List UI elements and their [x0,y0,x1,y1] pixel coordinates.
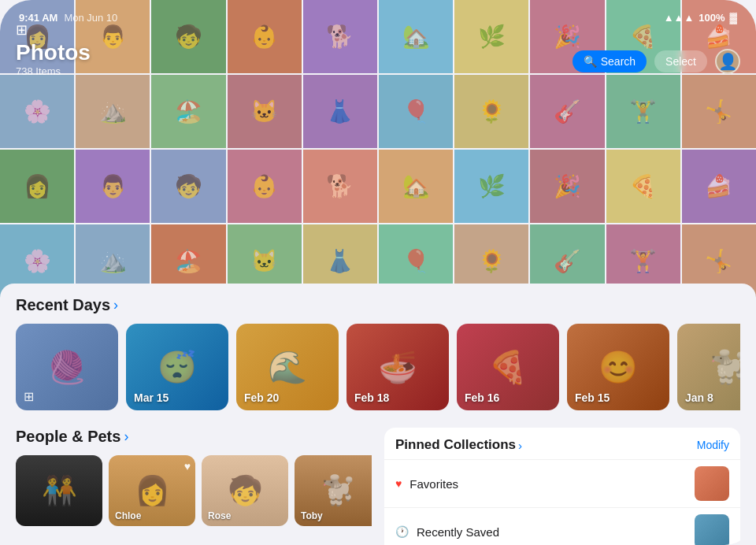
recent-days-chevron[interactable]: › [113,297,118,313]
day-card[interactable]: Feb 15😊 [567,324,669,410]
wifi-icon: ▲▲▲ [664,12,695,24]
pinned-item-label: Recently Saved [417,525,687,539]
recent-days-scroll[interactable]: ⊞🧶Mar 15😴Feb 20🌊Feb 18🍜Feb 16🍕Feb 15😊Jan… [16,324,740,415]
status-right: ▲▲▲ 100% ▓ [664,12,737,24]
photo-cell[interactable]: 👶 [228,150,302,223]
avatar[interactable]: 👤 [715,49,740,74]
person-card-label: Rose [208,510,231,521]
person-card-label: Toby [301,510,323,521]
search-icon: 🔍 [584,55,597,68]
photo-cell[interactable]: 🏡 [379,150,453,223]
pinned-header: Pinned Collections › Modify [384,428,740,459]
header-left: ⊞ Photos 738 Items [16,21,91,77]
recent-days-section: Recent Days › ⊞🧶Mar 15😴Feb 20🌊Feb 18🍜Feb… [0,284,756,415]
bottom-grid: People & Pets › 🧑‍🤝‍🧑♥👩Chloe🧒Rose🐩Toby P… [0,415,756,545]
people-pets-scroll[interactable]: 🧑‍🤝‍🧑♥👩Chloe🧒Rose🐩Toby [16,455,372,526]
photo-cell[interactable]: 👨 [76,150,150,223]
photo-cell[interactable]: 👩 [0,150,74,223]
day-card[interactable]: Mar 15😴 [126,324,228,410]
pinned-items-list: ♥Favorites🕐Recently Saved [384,459,740,545]
pinned-section: Pinned Collections › Modify ♥Favorites🕐R… [384,428,740,545]
page-title: Photos [16,42,91,64]
header-right: 🔍 Search Select 👤 [573,49,740,77]
photo-cell[interactable]: 🏖️ [151,75,225,148]
search-label: Search [601,55,636,68]
battery-percent: 100% [699,12,724,24]
photo-cell[interactable]: 🤸 [682,75,756,148]
pinned-item-label: Favorites [410,477,687,491]
person-card[interactable]: 🧑‍🤝‍🧑 [16,455,102,526]
photo-cell[interactable]: 🎉 [530,150,604,223]
status-bar: 9:41 AM Mon Jun 10 ▲▲▲ 100% ▓ [0,0,756,35]
day-card[interactable]: Feb 20🌊 [236,324,339,410]
people-pets-title: People & Pets [16,428,120,446]
pinned-chevron[interactable]: › [518,439,522,452]
pinned-item-icon: 🕐 [395,525,409,538]
pinned-item-icon: ♥ [395,477,402,490]
photo-cell[interactable]: 👗 [303,75,377,148]
recent-days-header: Recent Days › [16,296,740,314]
search-button[interactable]: 🔍 Search [573,50,647,72]
photo-cell[interactable]: 🌻 [454,75,528,148]
header: ⊞ Photos 738 Items 🔍 Search Select 👤 [0,35,756,85]
person-card[interactable]: ♥👩Chloe [109,455,195,526]
layout-icon[interactable]: ⊞ [16,21,91,39]
photo-cell[interactable]: 🍕 [606,150,680,223]
people-pets-header: People & Pets › [16,428,372,446]
item-count: 738 Items [16,65,91,77]
photo-cell[interactable]: 🧒 [151,150,225,223]
person-card-label: Chloe [115,510,141,521]
pinned-item[interactable]: 🕐Recently Saved [384,507,740,545]
day-card[interactable]: ⊞🧶 [16,324,118,410]
photo-cell[interactable]: 🎈 [379,75,453,148]
photo-cell[interactable]: 🌸 [0,75,74,148]
people-pets-section: People & Pets › 🧑‍🤝‍🧑♥👩Chloe🧒Rose🐩Toby [16,428,372,545]
photo-cell[interactable]: 🐱 [228,75,302,148]
pinned-item-thumbnail [695,514,729,545]
photo-cell[interactable]: 🏋️ [606,75,680,148]
pinned-modify-button[interactable]: Modify [697,439,729,451]
recent-days-title: Recent Days [16,296,110,314]
photo-cell[interactable]: 🐕 [303,150,377,223]
people-pets-chevron[interactable]: › [124,428,128,445]
pinned-item-thumbnail [695,466,729,501]
person-card[interactable]: 🧒Rose [202,455,288,526]
select-button[interactable]: Select [654,50,707,72]
pinned-title: Pinned Collections [395,437,516,453]
day-card[interactable]: Jan 8🐩 [677,324,740,410]
photo-cell[interactable]: 🌿 [454,150,528,223]
battery-icon: ▓ [730,12,737,24]
pinned-item[interactable]: ♥Favorites [384,459,740,507]
pinned-collections-section: Pinned Collections › Modify ♥Favorites🕐R… [384,428,740,545]
photo-cell[interactable]: ⛰️ [76,75,150,148]
day-card[interactable]: Feb 18🍜 [346,324,449,410]
content-area: Recent Days › ⊞🧶Mar 15😴Feb 20🌊Feb 18🍜Feb… [0,284,756,545]
photo-cell[interactable]: 🎸 [530,75,604,148]
day-card[interactable]: Feb 16🍕 [457,324,559,410]
person-card[interactable]: 🐩Toby [295,455,372,526]
photo-cell[interactable]: 🍰 [682,150,756,223]
